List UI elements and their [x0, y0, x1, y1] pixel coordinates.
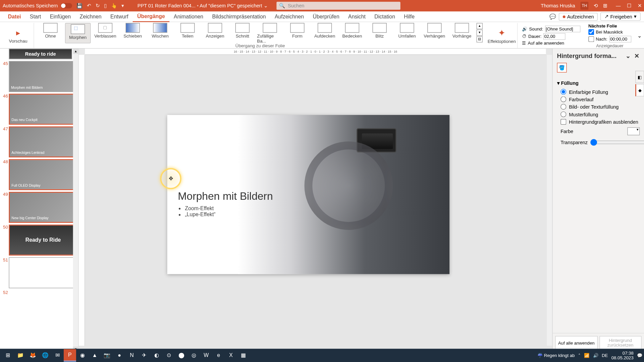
thumb-prev[interactable]: Ready to ride [9, 49, 72, 59]
gradient-fill-radio[interactable]: Farbverlauf [557, 96, 640, 103]
minimize-button[interactable]: — [616, 3, 621, 9]
vertical-scrollbar[interactable] [547, 55, 552, 346]
present-icon[interactable]: ▯ [104, 3, 107, 9]
after-input[interactable] [609, 36, 631, 42]
fill-section-header[interactable]: ▾ Füllung [557, 79, 640, 88]
app-icon-1[interactable]: ◉ [76, 349, 89, 362]
transition-schieben[interactable]: Schieben [120, 23, 146, 44]
transition-ohne[interactable]: Ohne [38, 23, 63, 44]
thumb-45[interactable]: Morphen mit Bildern [9, 61, 77, 92]
undo-icon[interactable]: ↶ [87, 3, 91, 9]
edge-icon[interactable]: e [212, 349, 225, 362]
obs-icon[interactable]: ⬤ [175, 349, 187, 362]
tab-animationen[interactable]: Animationen [169, 12, 208, 21]
transition-verblassen[interactable]: Verblassen [93, 23, 118, 44]
apply-all-button[interactable]: Auf alle anwenden [528, 41, 565, 46]
maximize-button[interactable]: ☐ [627, 3, 631, 9]
redo-icon[interactable]: ↻ [96, 3, 100, 9]
app-icon-6[interactable]: ⊙ [163, 349, 175, 362]
side-tab-2[interactable]: ◆ [635, 84, 644, 97]
sound-select[interactable] [545, 26, 581, 33]
app-icon-2[interactable]: ▲ [89, 349, 101, 362]
gallery-expand[interactable]: ▴▾⊟ [477, 23, 483, 44]
transition-bedecken[interactable]: Bedecken [339, 23, 365, 44]
onenote-icon[interactable]: N [126, 349, 138, 362]
fill-color-picker[interactable] [627, 127, 640, 135]
weather-widget[interactable]: ☔ Regen klingt ab [537, 353, 575, 358]
slide-edit-area[interactable]: 16 · 15 · 14 · 13 · 12 · 11 · 10 · 9 · 8… [79, 49, 552, 352]
tab-uebergaenge[interactable]: Übergänge [133, 11, 169, 22]
powerpoint-icon[interactable]: P [64, 349, 76, 362]
clock[interactable]: 07:38 08.05.2023 [611, 351, 634, 360]
chevron-down-icon[interactable]: ⌄ [264, 3, 268, 8]
save-icon[interactable]: 💾 [76, 3, 83, 9]
picture-fill-radio[interactable]: Bild- oder Texturfüllung [557, 103, 640, 110]
tab-zeichnen[interactable]: Zeichnen [75, 12, 106, 21]
slide-thumbnails[interactable]: Ready to ride 45Morphen mit Bildern 46Da… [0, 49, 79, 352]
word-icon[interactable]: W [200, 349, 212, 362]
transition-verhaengen[interactable]: Verhängen [422, 23, 447, 44]
pane-options-icon[interactable]: ⌄ [626, 52, 631, 59]
preview-button[interactable]: ▸ Vorschau [5, 28, 31, 43]
tab-hilfe[interactable]: Hilfe [399, 12, 419, 21]
fill-tab-icon[interactable]: 🪣 [557, 63, 567, 72]
thumbnail-scrollbar[interactable]: ▴ ▾ [73, 49, 78, 352]
after-checkbox[interactable] [588, 36, 594, 42]
tab-datei[interactable]: Datei [4, 12, 25, 21]
transition-zufaellige[interactable]: Zufällige Ba... [257, 23, 283, 44]
on-click-checkbox[interactable] [588, 29, 594, 35]
hide-bg-checkbox[interactable]: Hintergrundgrafiken ausblenden [557, 118, 640, 125]
app-icon-7[interactable]: ◎ [187, 349, 200, 362]
tab-dictation[interactable]: Dictation [370, 12, 399, 21]
transition-schnitt[interactable]: Schnitt [230, 23, 256, 44]
effect-options-button[interactable]: ✦ Effektoptionen [489, 27, 515, 44]
transition-aufdecken[interactable]: Aufdecken [312, 23, 338, 44]
thumb-46[interactable]: Das neu Cockpit [9, 94, 77, 125]
volume-icon[interactable]: 🔊 [593, 353, 598, 358]
touch-icon[interactable]: 👆 [111, 3, 117, 9]
tab-entwurf[interactable]: Entwurf [106, 12, 133, 21]
slide-title[interactable]: Morphen mit Bildern [178, 190, 273, 202]
thumb-51[interactable] [9, 257, 77, 288]
transition-blitz[interactable]: Blitz [367, 23, 392, 44]
tab-bildschirmpraesentation[interactable]: Bildschirmpräsentation [208, 12, 270, 21]
solid-fill-radio[interactable]: Einfarbige Füllung [557, 88, 640, 95]
duration-input[interactable] [543, 33, 566, 40]
slide-bullets[interactable]: Zoom-Effekt „Lupe-Effekt“ [178, 205, 215, 218]
telegram-icon[interactable]: ✈ [138, 349, 151, 362]
tab-einfuegen[interactable]: Einfügen [45, 12, 75, 21]
transition-morphen[interactable]: Morphen [65, 23, 91, 44]
start-button[interactable]: ⊞ [2, 349, 14, 362]
chrome-icon[interactable]: 🌐 [39, 349, 51, 362]
share-button[interactable]: ↗Freigeben▾ [600, 12, 640, 21]
tab-aufzeichnen[interactable]: Aufzeichnen [270, 12, 308, 21]
qat-dropdown-icon[interactable]: ▾ [121, 3, 124, 9]
tab-ueberpruefen[interactable]: Überprüfen [308, 12, 344, 21]
pane-close-icon[interactable]: ✕ [634, 52, 640, 59]
record-button[interactable]: Aufzeichnen [559, 13, 598, 21]
explorer-icon[interactable]: 📁 [14, 349, 26, 362]
close-button[interactable]: ✕ [638, 3, 642, 9]
thumb-47[interactable]: Achteckiges Lenkrad [9, 126, 77, 157]
tab-start[interactable]: Start [25, 12, 46, 21]
tab-ansicht[interactable]: Ansicht [344, 12, 370, 21]
excel-icon[interactable]: X [225, 349, 237, 362]
app-icon-4[interactable]: ● [113, 349, 126, 362]
language-indicator[interactable]: DE [602, 353, 608, 358]
tray-chevron-icon[interactable]: ˄ [578, 353, 581, 358]
app-icon[interactable]: ⊞ [603, 3, 607, 9]
transition-anzeigen[interactable]: Anzeigen [202, 23, 228, 44]
firefox-icon[interactable]: 🦊 [26, 349, 39, 362]
search-input[interactable]: 🔍 Suchen [276, 2, 400, 10]
thumb-48[interactable]: Full OLED Display [9, 159, 77, 190]
transition-umfallen[interactable]: Umfallen [394, 23, 420, 44]
transition-vorhaenge[interactable]: Vorhänge [449, 23, 475, 44]
wifi-icon[interactable]: 📶 [584, 353, 589, 358]
ribbon-collapse-icon[interactable]: ⌄ [637, 33, 642, 39]
apply-all-bg-button[interactable]: Auf alle anwenden [555, 336, 597, 349]
app-icon-8[interactable]: ▦ [237, 349, 250, 362]
transition-form[interactable]: Form [284, 23, 310, 44]
transition-teilen[interactable]: Teilen [175, 23, 201, 44]
notifications-icon[interactable]: 💬 [637, 353, 642, 358]
user-avatar[interactable]: TH [581, 2, 589, 10]
